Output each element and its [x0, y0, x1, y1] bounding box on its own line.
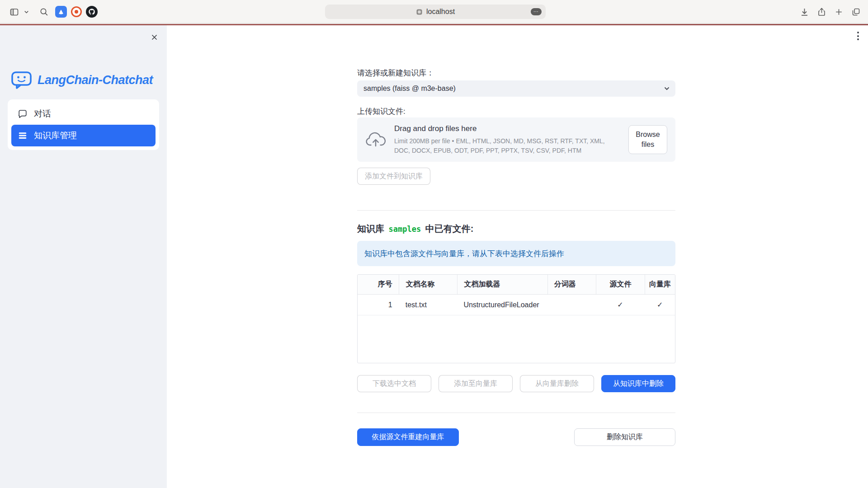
sidebar: LangChain-Chatchat 对话 知识库管理	[0, 25, 167, 488]
dropzone-title: Drag and drop files here	[394, 124, 622, 133]
sidebar-close-button[interactable]	[149, 32, 160, 42]
cell-vector-check[interactable]: ✓	[645, 295, 675, 315]
divider	[357, 413, 675, 413]
extension-github-button[interactable]	[86, 6, 98, 18]
github-icon	[86, 6, 98, 18]
heading-prefix: 知识库	[357, 224, 384, 234]
upload-label: 上传知识文件:	[357, 106, 406, 117]
plus-icon	[835, 8, 843, 16]
col-header-source: 源文件	[596, 275, 645, 294]
address-bar[interactable]: localhost ⋯	[325, 5, 546, 19]
kb-name-code: samples	[387, 225, 423, 234]
divider	[357, 210, 675, 211]
extensions-badge[interactable]: ⋯	[531, 8, 542, 15]
site-icon	[416, 9, 423, 15]
extension-target-button[interactable]	[71, 6, 82, 18]
extension-blue-icon	[55, 6, 67, 18]
extension-blue-button[interactable]	[55, 6, 67, 18]
rebuild-vector-store-button[interactable]: 依据源文件重建向量库	[357, 428, 459, 446]
tab-overview-button[interactable]	[850, 4, 862, 19]
new-tab-button[interactable]	[833, 4, 844, 19]
browser-toolbar: localhost ⋯	[0, 0, 868, 23]
kb-bottom-buttons: 依据源文件重建向量库 删除知识库	[357, 428, 675, 446]
logo-icon	[11, 70, 32, 89]
kb-files-heading: 知识库 samples 中已有文件:	[357, 223, 473, 235]
cell-name[interactable]: test.txt	[399, 295, 458, 315]
info-alert: 知识库中包含源文件与向量库，请从下表中选择文件后操作	[357, 241, 675, 266]
close-icon	[151, 34, 158, 41]
search-button[interactable]	[36, 4, 52, 19]
cloud-upload-icon	[365, 131, 386, 148]
app-logo: LangChain-Chatchat	[11, 70, 153, 89]
sidebar-menu: 对话 知识库管理	[8, 99, 159, 150]
info-text: 知识库中包含源文件与向量库，请从下表中选择文件后操作	[364, 249, 564, 259]
col-header-name: 文档名称	[399, 275, 458, 294]
heading-suffix: 中已有文件:	[425, 224, 474, 234]
delete-kb-button[interactable]: 删除知识库	[574, 428, 675, 446]
sidebar-item-label: 对话	[34, 108, 51, 120]
dropzone-limit-text: Limit 200MB per file • EML, HTML, JSON, …	[394, 136, 622, 155]
sidebar-item-label: 知识库管理	[34, 130, 77, 141]
cell-index[interactable]: 1	[358, 295, 399, 315]
chevron-down-icon	[24, 9, 29, 15]
dropzone-instructions: Drag and drop files here Limit 200MB per…	[394, 124, 628, 155]
tabs-icon	[851, 7, 861, 17]
streamlit-menu-button[interactable]	[855, 30, 861, 42]
delete-from-kb-button[interactable]: 从知识库中删除	[601, 375, 675, 392]
kb-selected-value: samples (faiss @ m3e-base)	[363, 84, 456, 93]
search-icon	[39, 7, 49, 17]
cell-source-check[interactable]: ✓	[596, 295, 645, 315]
table-row[interactable]: 1 test.txt UnstructuredFileLoader ✓ ✓	[358, 295, 675, 315]
cell-splitter[interactable]	[547, 295, 596, 315]
add-to-vector-button[interactable]: 添加至向量库	[439, 375, 513, 392]
share-icon	[817, 7, 826, 17]
add-files-to-kb-button[interactable]: 添加文件到知识库	[357, 168, 430, 185]
kb-selectbox[interactable]: samples (faiss @ m3e-base)	[357, 80, 675, 97]
address-url: localhost	[426, 8, 455, 16]
sidebar-item-dialogue[interactable]: 对话	[11, 103, 156, 125]
files-table: 序号 文档名称 文档加载器 分词器 源文件 向量库 1 test.txt Uns…	[357, 274, 675, 363]
remove-from-vector-button[interactable]: 从向量库删除	[520, 375, 594, 392]
download-selected-button[interactable]: 下载选中文档	[357, 375, 431, 392]
file-action-buttons: 下载选中文档 添加至向量库 从向量库删除 从知识库中删除	[357, 375, 675, 392]
col-header-vector: 向量库	[645, 275, 675, 294]
table-header-row: 序号 文档名称 文档加载器 分词器 源文件 向量库	[358, 275, 675, 295]
col-header-loader: 文档加载器	[457, 275, 547, 294]
cell-loader[interactable]: UnstructuredFileLoader	[457, 295, 547, 315]
download-icon	[800, 7, 809, 17]
toolbar-left-group	[6, 4, 98, 19]
sidebar-toggle-icon	[9, 7, 19, 17]
target-icon	[71, 6, 82, 17]
file-dropzone[interactable]: Drag and drop files here Limit 200MB per…	[357, 117, 675, 162]
downloads-button[interactable]	[798, 4, 810, 19]
sidebar-menu-chevron[interactable]	[22, 4, 31, 19]
col-header-splitter: 分词器	[547, 275, 596, 294]
logo-text: LangChain-Chatchat	[38, 73, 153, 87]
share-button[interactable]	[816, 4, 827, 19]
browse-files-button[interactable]: Browse files	[628, 125, 667, 154]
kb-select-label: 请选择或新建知识库：	[357, 68, 434, 78]
kb-list-icon	[18, 131, 28, 141]
toolbar-right-group	[798, 4, 862, 19]
chat-icon	[18, 109, 28, 119]
sidebar-toggle-button[interactable]	[6, 4, 22, 19]
chevron-down-icon	[663, 84, 671, 93]
col-header-index: 序号	[358, 275, 399, 294]
sidebar-item-knowledge-base[interactable]: 知识库管理	[11, 125, 156, 146]
